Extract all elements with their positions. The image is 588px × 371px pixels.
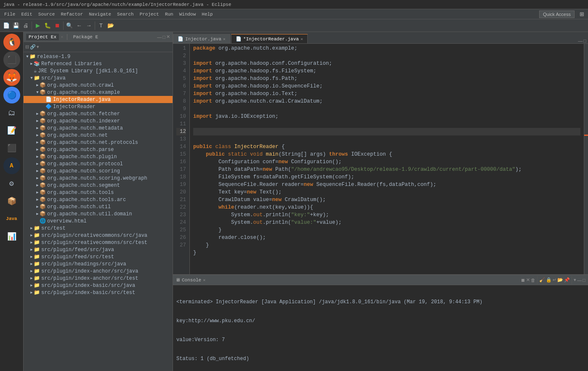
libreoffice-icon[interactable]: 📊	[3, 228, 20, 245]
close-panel-button[interactable]: ✕	[166, 34, 170, 40]
tree-nutch-scoring[interactable]: ▶ 📦 org.apache.nutch.scoring	[24, 167, 173, 175]
console-maximize-button[interactable]: □	[583, 276, 585, 284]
console-close[interactable]: ✕	[203, 278, 205, 283]
tree-src-test[interactable]: ▶ 📁 src/test	[24, 225, 173, 232]
amazon-icon[interactable]: A	[3, 157, 20, 174]
console-remove-button[interactable]: 🗑	[531, 276, 535, 284]
tree-nutch-net-protocols[interactable]: ▶ 📦 org.apache.nutch.net.protocols	[24, 139, 173, 146]
files-icon[interactable]: 🗂	[3, 104, 20, 121]
console-word-wrap-button[interactable]: ↵	[553, 276, 556, 284]
menu-project[interactable]: Project	[137, 11, 162, 18]
tree-nutch-net[interactable]: ▶ 📦 org.apache.nutch.net	[24, 132, 173, 139]
menu-file[interactable]: File	[2, 11, 18, 18]
stop-button[interactable]: ⏹	[53, 21, 62, 30]
menu-window[interactable]: Window	[177, 11, 199, 18]
console-stop-button[interactable]: ⏹	[521, 276, 525, 284]
tree-plugin-index-basic-java[interactable]: ▶ 📁 src/plugin/index-basic/src/java	[24, 282, 173, 289]
console-menu-button[interactable]: ▾	[574, 276, 576, 284]
maximize-panel-button[interactable]: □	[162, 34, 165, 40]
tree-injector-reader-file[interactable]: 📄 InjectorReader.java	[24, 96, 173, 103]
tree-root[interactable]: ▼ 📁 release-1.9	[24, 53, 173, 60]
tab-injector-reader-java[interactable]: 📄 *InjectorReader.java ✕	[231, 34, 308, 43]
tree-jre-library[interactable]: ☕ JRE System Library [jdk1.8.0_161]	[24, 67, 173, 74]
tree-nutch-util-domain[interactable]: ▶ 📦 org.apache.nutch.util.domain	[24, 210, 173, 217]
injector-tab-close[interactable]: ✕	[223, 37, 226, 42]
menu-run[interactable]: Run	[162, 11, 176, 18]
injector-reader-tab-close[interactable]: ✕	[301, 37, 303, 42]
tree-plugin-index-anchor-java[interactable]: ▶ 📁 src/plugin/index-anchor/src/java	[24, 268, 173, 275]
nutch-tools-label: org.apache.nutch.tools	[47, 190, 114, 196]
tree-nutch-crawl[interactable]: ▶ 📦 org.apache.nutch.crawl	[24, 82, 173, 89]
tree-nutch-protocol[interactable]: ▶ 📦 org.apache.nutch.protocol	[24, 160, 173, 167]
project-tree-menu-button[interactable]: ▾	[37, 44, 39, 50]
console-clear-button[interactable]: 🧹	[539, 276, 545, 284]
new-button[interactable]: 📄	[2, 21, 11, 30]
console-scroll-lock-button[interactable]: 🔒	[546, 276, 552, 284]
open-resource-button[interactable]: 📂	[106, 21, 115, 30]
tab-project-explorer[interactable]: Project Ex	[26, 34, 59, 40]
menu-navigate[interactable]: Navigate	[86, 11, 114, 18]
collapse-all-button[interactable]: ⊟	[25, 44, 29, 50]
menu-help[interactable]: Help	[199, 11, 215, 18]
tree-nutch-segment[interactable]: ▶ 📦 org.apache.nutch.segment	[24, 182, 173, 189]
back-button[interactable]: ←	[74, 21, 84, 30]
tree-plugin-index-anchor-test[interactable]: ▶ 📁 src/plugin/index-anchor/src/test	[24, 275, 173, 282]
tab-injector-java[interactable]: 📄 Injector.java ✕	[173, 34, 230, 43]
tree-plugin-cc-test[interactable]: ▶ 📁 src/plugin/creativecommons/src/test	[24, 239, 173, 246]
archive-icon[interactable]: 📦	[3, 193, 20, 209]
minimize-panel-button[interactable]: —	[157, 34, 162, 40]
run-button[interactable]: ▶	[33, 21, 43, 30]
link-with-editor-button[interactable]: 🔗	[30, 44, 36, 50]
tree-plugin-index-basic-test[interactable]: ▶ 📁 src/plugin/index-basic/src/test	[24, 289, 173, 296]
tree-nutch-tools[interactable]: ▶ 📦 org.apache.nutch.tools	[24, 189, 173, 196]
tree-nutch-fetcher[interactable]: ▶ 📦 org.apache.nutch.fetcher	[24, 110, 173, 117]
settings-icon[interactable]: ⚙	[3, 175, 20, 192]
java-ide-icon[interactable]: Java	[3, 210, 20, 227]
tree-plugin-feed-test[interactable]: ▶ 📁 src/plugin/feed/src/test	[24, 253, 173, 260]
more-apps-icon[interactable]: ⬛	[3, 140, 20, 156]
nutch-plugin-label: org.apache.nutch.plugin	[47, 154, 117, 160]
menu-edit[interactable]: Edit	[19, 11, 35, 18]
tree-src-java[interactable]: ▼ 📁 src/java	[24, 74, 173, 82]
code-content[interactable]: package org.apache.nutch.example; import…	[190, 44, 584, 274]
text-editor-icon[interactable]: 📝	[3, 122, 20, 139]
print-button[interactable]: 🖨	[21, 21, 30, 30]
plugin-headings-java-label: src/plugin/headings/src/java	[41, 261, 126, 267]
menu-refactor[interactable]: Refactor	[58, 11, 85, 18]
tree-overview-html[interactable]: 🌐 overview.html	[24, 217, 173, 225]
tree-nutch-example[interactable]: ▼ 📦 org.apache.nutch.example	[24, 89, 173, 96]
tree-plugin-feed-java[interactable]: ▶ 📁 src/plugin/feed/src/java	[24, 246, 173, 253]
tree-injector-reader-class[interactable]: 🔷 InjectorReader	[24, 103, 173, 110]
console-pin-button[interactable]: 📌	[564, 276, 570, 284]
tree-plugin-headings-java[interactable]: ▶ 📁 src/plugin/headings/src/java	[24, 260, 173, 268]
debug-button[interactable]: 🐛	[43, 21, 52, 30]
tree-plugin-cc-java[interactable]: ▶ 📁 src/plugin/creativecommons/src/java	[24, 232, 173, 239]
editor-minimize-button[interactable]: —	[578, 38, 583, 43]
chrome-icon[interactable]: 🔵	[3, 87, 20, 103]
code-editor[interactable]: 1 2 3 4 5 6 7 8 9 10 11 12 13 14 15 16 1…	[173, 44, 588, 274]
tree-nutch-metadata[interactable]: ▶ 📦 org.apache.nutch.metadata	[24, 125, 173, 132]
console-open-file-button[interactable]: 📂	[557, 276, 563, 284]
firefox-icon[interactable]: 🦊	[3, 69, 20, 86]
ubuntu-icon[interactable]: 🐧	[3, 34, 20, 50]
tree-referenced-libraries[interactable]: ▶ 📚 Referenced Libraries	[24, 60, 173, 67]
menu-source[interactable]: Source	[36, 11, 58, 18]
quick-access-button[interactable]: Quick Access	[539, 11, 575, 18]
perspective-button[interactable]: ⊞	[577, 10, 586, 19]
save-button[interactable]: 💾	[11, 21, 21, 30]
search-button[interactable]: 🔍	[65, 21, 74, 30]
menu-search[interactable]: Search	[114, 11, 136, 18]
editor-maximize-button[interactable]: □	[583, 38, 586, 43]
tab-package-explorer[interactable]: Package E	[71, 34, 101, 40]
tree-nutch-plugin[interactable]: ▶ 📦 org.apache.nutch.plugin	[24, 153, 173, 160]
tree-nutch-scoring-webgraph[interactable]: ▶ 📦 org.apache.nutch.scoring.webgraph	[24, 175, 173, 182]
tree-nutch-tools-arc[interactable]: ▶ 📦 org.apache.nutch.tools.arc	[24, 196, 173, 203]
tree-nutch-parse[interactable]: ▶ 📦 org.apache.nutch.parse	[24, 146, 173, 153]
open-type-button[interactable]: T	[96, 21, 106, 30]
console-disconnect-button[interactable]: ✕	[526, 276, 530, 284]
console-minimize-button[interactable]: —	[577, 276, 582, 284]
forward-button[interactable]: →	[84, 21, 93, 30]
tree-nutch-util[interactable]: ▶ 📦 org.apache.nutch.util	[24, 203, 173, 210]
tree-nutch-indexer[interactable]: ▶ 📦 org.apache.nutch.indexer	[24, 117, 173, 125]
terminal-icon[interactable]: ⬛	[3, 51, 20, 68]
